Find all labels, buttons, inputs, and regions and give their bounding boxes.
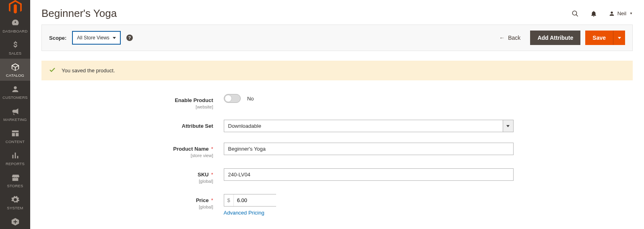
toolbar: Scope: All Store Views ? ← Back Add Attr… — [41, 25, 633, 51]
success-message: You saved the product. — [41, 61, 633, 80]
attribute-set-select[interactable]: Downloadable — [224, 120, 514, 132]
sku-label: SKU — [198, 172, 208, 178]
nav-reports[interactable]: REPORTS — [0, 147, 30, 169]
nav-dashboard[interactable]: DASHBOARD — [0, 14, 30, 37]
nav-find-partners[interactable]: FIND PARTNERS — [0, 213, 30, 227]
user-menu[interactable]: Neil ▼ — [609, 10, 633, 17]
megaphone-icon — [11, 107, 20, 116]
save-button[interactable]: Save — [585, 31, 613, 45]
nav-label: DASHBOARD — [3, 29, 28, 33]
required-mark: * — [211, 172, 213, 178]
main-content: Beginner's Yoga Neil ▼ Scope: All Store … — [30, 0, 644, 216]
sku-input[interactable] — [224, 168, 514, 181]
svg-point-0 — [572, 11, 577, 15]
nav-marketing[interactable]: MARKETING — [0, 103, 30, 125]
enable-product-value: No — [247, 96, 254, 102]
nav-label: REPORTS — [6, 162, 25, 166]
nav-sales[interactable]: SALES — [0, 37, 30, 59]
scope-wrap: Scope: All Store Views ? — [49, 31, 133, 45]
product-form: Enable Product [website] No Attribute Se… — [100, 94, 575, 216]
scope-select[interactable]: All Store Views — [72, 31, 120, 45]
message-text: You saved the product. — [62, 67, 115, 74]
nav-label: CATALOG — [6, 73, 24, 78]
gear-icon — [11, 195, 20, 204]
enable-product-toggle[interactable] — [224, 94, 241, 103]
price-field: $ — [224, 194, 276, 207]
nav-catalog[interactable]: CATALOG — [0, 59, 30, 81]
notifications-icon[interactable] — [590, 10, 597, 17]
save-dropdown-toggle[interactable] — [613, 31, 625, 45]
save-button-group: Save — [585, 31, 625, 45]
attribute-set-label: Attribute Set — [182, 123, 213, 129]
page-header: Beginner's Yoga Neil ▼ — [30, 0, 644, 25]
sku-sublabel: [global] — [111, 179, 213, 184]
enable-product-label: Enable Product — [175, 97, 213, 103]
back-label: Back — [508, 35, 520, 41]
nav-system[interactable]: SYSTEM — [0, 191, 30, 213]
magento-logo[interactable] — [0, 0, 30, 14]
user-name: Neil — [617, 10, 626, 16]
scope-value: All Store Views — [77, 35, 109, 41]
nav-content[interactable]: CONTENT — [0, 125, 30, 147]
search-icon[interactable] — [572, 10, 579, 17]
product-name-input[interactable] — [224, 143, 514, 155]
partners-icon — [11, 217, 20, 226]
box-icon — [11, 63, 20, 72]
price-input[interactable] — [234, 194, 308, 206]
nav-label: STORES — [7, 184, 23, 188]
product-name-sublabel: [store view] — [111, 153, 213, 158]
page-title: Beginner's Yoga — [41, 7, 117, 20]
person-icon — [11, 85, 20, 94]
row-product-name: Product Name* [store view] — [111, 143, 564, 158]
required-mark: * — [211, 197, 213, 203]
arrow-left-icon: ← — [499, 35, 505, 41]
advanced-pricing-link[interactable]: Advanced Pricing — [224, 210, 264, 216]
chevron-down-icon: ▼ — [630, 12, 633, 15]
nav-customers[interactable]: CUSTOMERS — [0, 81, 30, 103]
nav-label: CUSTOMERS — [2, 95, 27, 100]
scope-label: Scope: — [49, 35, 66, 41]
row-price: Price* [global] $ Advanced Pricing — [111, 194, 564, 216]
price-currency: $ — [224, 194, 234, 206]
product-name-label: Product Name — [173, 146, 208, 152]
nav-label: SYSTEM — [7, 206, 23, 210]
nav-stores[interactable]: STORES — [0, 169, 30, 191]
dollar-icon — [11, 41, 20, 49]
attribute-set-dropdown-toggle[interactable] — [503, 120, 514, 132]
svg-line-1 — [576, 14, 578, 16]
attribute-set-value: Downloadable — [224, 120, 503, 132]
row-attribute-set: Attribute Set Downloadable — [111, 120, 564, 132]
add-attribute-button[interactable]: Add Attribute — [530, 31, 580, 45]
nav-label: MARKETING — [3, 117, 27, 122]
nav-label: SALES — [9, 51, 22, 55]
row-enable-product: Enable Product [website] No — [111, 94, 564, 109]
gauge-icon — [11, 18, 20, 27]
required-mark: * — [211, 146, 213, 152]
price-sublabel: [global] — [111, 204, 213, 209]
toolbar-buttons: ← Back Add Attribute Save — [499, 31, 625, 45]
storefront-icon — [11, 173, 20, 182]
row-sku: SKU* [global] — [111, 168, 564, 184]
check-icon — [49, 66, 56, 75]
bars-icon — [11, 151, 20, 160]
layout-icon — [11, 129, 20, 138]
price-label: Price — [196, 197, 209, 203]
nav-label: CONTENT — [6, 139, 25, 144]
help-icon[interactable]: ? — [126, 35, 133, 41]
enable-product-sublabel: [website] — [111, 104, 213, 109]
back-button[interactable]: ← Back — [499, 35, 520, 41]
header-actions: Neil ▼ — [572, 10, 633, 17]
sidebar: DASHBOARD SALES CATALOG CUSTOMERS MARKET… — [0, 0, 30, 227]
